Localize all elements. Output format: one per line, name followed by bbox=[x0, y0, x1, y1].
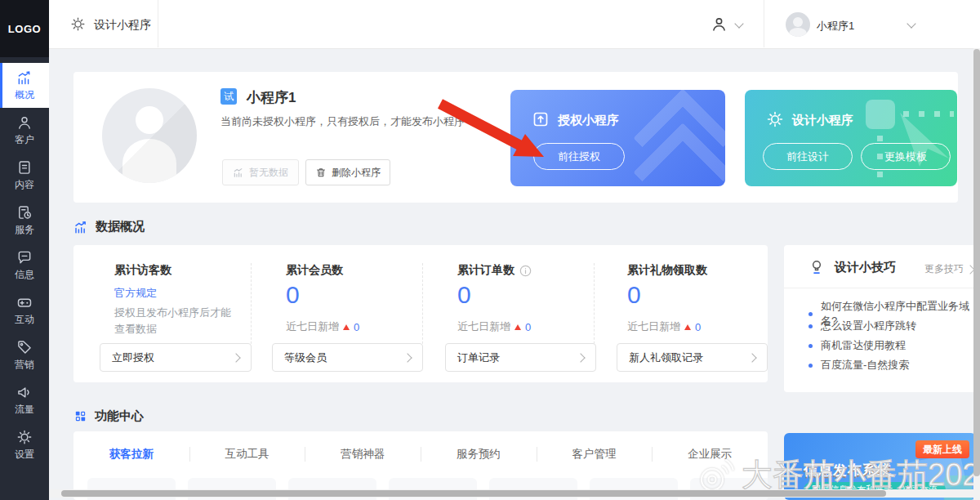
authorize-now-label: 立即授权 bbox=[112, 350, 154, 365]
triangle-up-icon bbox=[684, 324, 691, 330]
members-value: 0 bbox=[286, 281, 300, 309]
header-divider bbox=[158, 0, 158, 47]
change-template-button[interactable]: 更换模板 bbox=[861, 143, 951, 170]
sidebar-item-messages[interactable]: 信息 bbox=[0, 243, 49, 288]
tab-interaction-tools[interactable]: 互动工具 bbox=[189, 431, 305, 477]
bullet-dot bbox=[808, 344, 813, 348]
chevron-right-icon bbox=[576, 353, 585, 362]
gifts-label: 累计礼物领取数 bbox=[627, 263, 707, 278]
vertical-scrollbar[interactable] bbox=[973, 48, 980, 500]
square-decoration bbox=[866, 100, 895, 129]
more-tips-link[interactable]: 更多技巧 bbox=[924, 262, 973, 276]
stats-chart-icon bbox=[74, 220, 88, 234]
stats-section-title: 数据概况 bbox=[96, 219, 145, 234]
order-records-label: 订单记录 bbox=[457, 350, 500, 365]
sidebar-item-label: 流量 bbox=[15, 403, 34, 417]
person-icon bbox=[16, 114, 33, 131]
tip-link[interactable]: 百度流量-自然搜索 bbox=[808, 358, 909, 373]
functions-tabs: 获客拉新 互动工具 营销神器 服务预约 客户管理 企业展示 bbox=[74, 431, 768, 477]
sidebar-item-label: 互动 bbox=[15, 313, 34, 327]
avatar-head-shape bbox=[793, 17, 803, 27]
no-data-button[interactable]: 暂无数据 bbox=[222, 159, 299, 185]
gift-records-label: 新人礼领取记录 bbox=[629, 350, 703, 365]
trash-icon bbox=[315, 167, 327, 178]
tab-company-showcase[interactable]: 企业展示 bbox=[652, 431, 768, 477]
bullet-dot bbox=[808, 324, 813, 328]
orders-delta: 近七日新增 0 bbox=[457, 319, 531, 334]
sidebar-item-label: 营销 bbox=[15, 358, 34, 372]
tip-text: 百度流量-自然搜索 bbox=[821, 358, 909, 373]
authorize-now-button[interactable]: 立即授权 bbox=[100, 343, 252, 372]
account-avatar[interactable] bbox=[786, 12, 810, 37]
sidebar-item-settings[interactable]: 设置 bbox=[0, 422, 49, 467]
app-title: 设计小程序 bbox=[94, 18, 151, 33]
sidebar-item-services[interactable]: 服务 bbox=[0, 198, 49, 243]
functions-section-title: 功能中心 bbox=[95, 408, 144, 424]
member-levels-label: 等级会员 bbox=[284, 350, 327, 365]
mini-chart-icon bbox=[233, 167, 244, 178]
sidebar-item-label: 服务 bbox=[15, 223, 34, 237]
horizontal-scrollbar-thumb[interactable] bbox=[61, 490, 886, 497]
tip-text: 商机雷达使用教程 bbox=[821, 338, 906, 353]
design-card: 设计小程序 前往设计 更换模板 bbox=[745, 90, 957, 186]
design-card-title: 设计小程序 bbox=[792, 113, 853, 128]
avatar-placeholder bbox=[102, 88, 197, 183]
design-app-gear-icon bbox=[70, 16, 86, 32]
mini-program-name: 小程序1 bbox=[247, 88, 296, 107]
sidebar-item-overview[interactable]: 概况 bbox=[0, 63, 49, 108]
official-rules-link[interactable]: 官方规定 bbox=[114, 286, 157, 301]
document-icon bbox=[16, 159, 33, 176]
account-name[interactable]: 小程序1 bbox=[817, 19, 854, 33]
tab-service-booking[interactable]: 服务预约 bbox=[421, 431, 537, 477]
gifts-delta: 近七日新增 0 bbox=[627, 319, 701, 334]
dashboard-page: 设计小程序 小程序1 概况 bbox=[0, 0, 980, 500]
delta-value: 0 bbox=[354, 321, 359, 333]
sidebar-items: 概况 客户 内容 bbox=[0, 63, 49, 467]
sidebar-item-label: 设置 bbox=[15, 448, 34, 462]
member-levels-button[interactable]: 等级会员 bbox=[272, 343, 423, 372]
tab-acquire-customers[interactable]: 获客拉新 bbox=[74, 431, 189, 477]
delta-value: 0 bbox=[525, 321, 531, 333]
tag-icon bbox=[16, 339, 33, 355]
horizontal-scrollbar[interactable] bbox=[49, 489, 973, 498]
delete-mini-program-button[interactable]: 删除小程序 bbox=[305, 159, 390, 185]
document-clock-icon bbox=[16, 204, 33, 221]
sidebar-item-traffic[interactable]: 流量 bbox=[0, 377, 49, 422]
go-design-button[interactable]: 前往设计 bbox=[763, 143, 853, 170]
header-divider bbox=[764, 0, 764, 47]
delete-button-label: 删除小程序 bbox=[332, 166, 381, 180]
auth-hint-text: 当前尚未授权小程序，只有授权后，才能发布小程序 bbox=[220, 114, 465, 129]
banner-title: 信息发布系统 bbox=[804, 461, 892, 480]
sidebar-item-label: 内容 bbox=[15, 178, 34, 192]
grid-icon bbox=[74, 409, 87, 423]
vertical-scrollbar-thumb[interactable] bbox=[973, 49, 980, 476]
chat-bubble-icon bbox=[16, 249, 33, 266]
account-chevron-down-icon[interactable] bbox=[906, 19, 915, 28]
chevron-right-icon bbox=[231, 353, 240, 362]
tip-link[interactable]: 怎么设置小程序跳转 bbox=[808, 319, 916, 333]
gifts-value: 0 bbox=[627, 281, 641, 309]
sidebar-item-content[interactable]: 内容 bbox=[0, 153, 49, 198]
members-delta: 近七日新增 0 bbox=[286, 319, 359, 334]
chevron-right-icon bbox=[747, 353, 756, 362]
orders-label-text: 累计订单数 bbox=[457, 263, 514, 278]
tip-text: 怎么设置小程序跳转 bbox=[821, 319, 916, 333]
sidebar-item-customers[interactable]: 客户 bbox=[0, 108, 49, 153]
tips-title: 设计小技巧 bbox=[835, 260, 896, 275]
sidebar-item-label: 客户 bbox=[15, 133, 34, 147]
tip-link[interactable]: 商机雷达使用教程 bbox=[808, 338, 906, 353]
stats-section-header: 数据概况 bbox=[74, 219, 145, 234]
new-release-badge: 最新上线 bbox=[915, 440, 969, 458]
tab-customer-management[interactable]: 客户管理 bbox=[537, 431, 653, 477]
delta-label: 近七日新增 bbox=[627, 319, 680, 334]
gift-records-button[interactable]: 新人礼领取记录 bbox=[617, 343, 768, 372]
sidebar-item-interaction[interactable]: 互动 bbox=[0, 288, 49, 333]
sidebar-item-marketing[interactable]: 营销 bbox=[0, 333, 49, 377]
order-records-button[interactable]: 订单记录 bbox=[445, 343, 596, 372]
user-menu-chevron-down-icon[interactable] bbox=[734, 19, 743, 28]
design-gear-icon bbox=[766, 110, 784, 128]
avatar-body-shape bbox=[789, 28, 807, 37]
delta-value: 0 bbox=[695, 321, 701, 333]
user-icon[interactable] bbox=[710, 16, 728, 33]
tab-marketing-tools[interactable]: 营销神器 bbox=[305, 431, 421, 477]
